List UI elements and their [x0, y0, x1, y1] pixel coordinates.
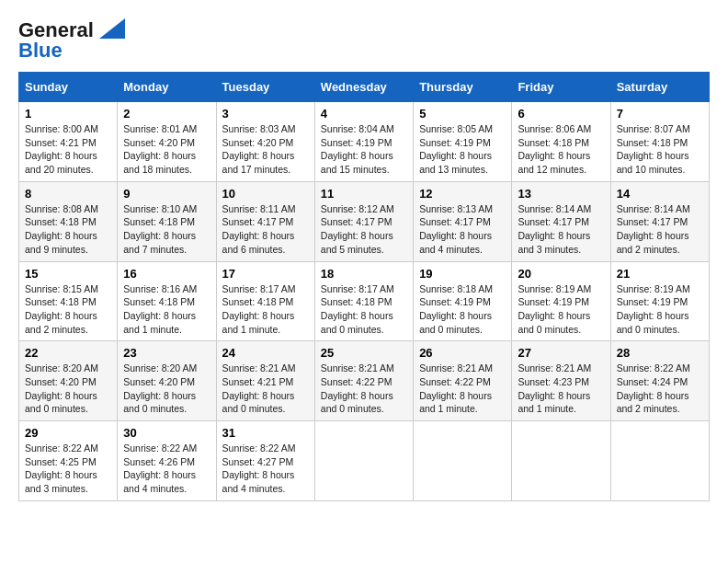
calendar-cell: 8Sunrise: 8:08 AMSunset: 4:18 PMDaylight… — [19, 181, 118, 261]
svg-marker-0 — [99, 18, 125, 39]
week-row-3: 15Sunrise: 8:15 AMSunset: 4:18 PMDayligh… — [19, 261, 710, 341]
day-number: 15 — [25, 267, 111, 281]
day-number: 2 — [123, 107, 210, 121]
day-number: 22 — [25, 346, 111, 360]
day-number: 30 — [123, 426, 210, 440]
cell-info: Sunrise: 8:03 AMSunset: 4:20 PMDaylight:… — [222, 122, 309, 177]
calendar-cell: 25Sunrise: 8:21 AMSunset: 4:22 PMDayligh… — [314, 341, 413, 421]
header-wednesday: Wednesday — [314, 73, 413, 102]
day-number: 3 — [222, 107, 309, 121]
day-number: 16 — [123, 267, 210, 281]
day-number: 5 — [419, 107, 506, 121]
header-saturday: Saturday — [610, 73, 709, 102]
day-number: 7 — [617, 107, 703, 121]
week-row-4: 22Sunrise: 8:20 AMSunset: 4:20 PMDayligh… — [19, 341, 710, 421]
logo-blue-text: Blue — [18, 39, 63, 63]
day-number: 6 — [518, 107, 604, 121]
calendar-cell: 19Sunrise: 8:18 AMSunset: 4:19 PMDayligh… — [414, 261, 512, 341]
day-number: 11 — [321, 187, 407, 201]
calendar-cell — [314, 421, 413, 501]
week-row-5: 29Sunrise: 8:22 AMSunset: 4:25 PMDayligh… — [19, 421, 710, 501]
day-number: 28 — [617, 346, 703, 360]
cell-info: Sunrise: 8:17 AMSunset: 4:18 PMDaylight:… — [222, 282, 309, 337]
calendar-cell: 11Sunrise: 8:12 AMSunset: 4:17 PMDayligh… — [314, 181, 413, 261]
calendar-cell: 3Sunrise: 8:03 AMSunset: 4:20 PMDaylight… — [216, 102, 314, 182]
logo-icon — [99, 18, 125, 39]
calendar-header-row: SundayMondayTuesdayWednesdayThursdayFrid… — [19, 73, 710, 102]
cell-info: Sunrise: 8:20 AMSunset: 4:20 PMDaylight:… — [25, 362, 111, 416]
day-number: 29 — [25, 426, 111, 440]
calendar-cell: 31Sunrise: 8:22 AMSunset: 4:27 PMDayligh… — [216, 421, 314, 501]
cell-info: Sunrise: 8:04 AMSunset: 4:19 PMDaylight:… — [321, 122, 407, 177]
day-number: 14 — [617, 187, 703, 201]
header-tuesday: Tuesday — [216, 73, 314, 102]
calendar-cell: 7Sunrise: 8:07 AMSunset: 4:18 PMDaylight… — [610, 102, 709, 182]
day-number: 12 — [419, 187, 506, 201]
cell-info: Sunrise: 8:21 AMSunset: 4:22 PMDaylight:… — [321, 362, 407, 416]
day-number: 10 — [222, 187, 309, 201]
cell-info: Sunrise: 8:08 AMSunset: 4:18 PMDaylight:… — [25, 202, 111, 257]
calendar-cell — [512, 421, 610, 501]
cell-info: Sunrise: 8:18 AMSunset: 4:19 PMDaylight:… — [419, 282, 506, 337]
calendar-cell: 15Sunrise: 8:15 AMSunset: 4:18 PMDayligh… — [19, 261, 118, 341]
cell-info: Sunrise: 8:22 AMSunset: 4:27 PMDaylight:… — [222, 442, 309, 496]
cell-info: Sunrise: 8:16 AMSunset: 4:18 PMDaylight:… — [123, 282, 210, 337]
cell-info: Sunrise: 8:21 AMSunset: 4:23 PMDaylight:… — [518, 362, 604, 416]
cell-info: Sunrise: 8:07 AMSunset: 4:18 PMDaylight:… — [617, 122, 703, 177]
cell-info: Sunrise: 8:06 AMSunset: 4:18 PMDaylight:… — [518, 122, 604, 177]
calendar-cell: 9Sunrise: 8:10 AMSunset: 4:18 PMDaylight… — [118, 181, 216, 261]
calendar-cell: 17Sunrise: 8:17 AMSunset: 4:18 PMDayligh… — [216, 261, 314, 341]
calendar-cell — [414, 421, 512, 501]
calendar-cell: 28Sunrise: 8:22 AMSunset: 4:24 PMDayligh… — [610, 341, 709, 421]
day-number: 24 — [222, 346, 309, 360]
day-number: 9 — [123, 187, 210, 201]
cell-info: Sunrise: 8:11 AMSunset: 4:17 PMDaylight:… — [222, 202, 309, 257]
cell-info: Sunrise: 8:14 AMSunset: 4:17 PMDaylight:… — [518, 202, 604, 257]
cell-info: Sunrise: 8:10 AMSunset: 4:18 PMDaylight:… — [123, 202, 210, 257]
day-number: 20 — [518, 267, 604, 281]
cell-info: Sunrise: 8:19 AMSunset: 4:19 PMDaylight:… — [617, 282, 703, 337]
cell-info: Sunrise: 8:22 AMSunset: 4:24 PMDaylight:… — [617, 362, 703, 416]
day-number: 26 — [419, 346, 506, 360]
calendar-cell: 5Sunrise: 8:05 AMSunset: 4:19 PMDaylight… — [414, 102, 512, 182]
day-number: 4 — [321, 107, 407, 121]
logo: General Blue — [18, 18, 125, 63]
calendar-cell: 6Sunrise: 8:06 AMSunset: 4:18 PMDaylight… — [512, 102, 610, 182]
calendar-cell: 4Sunrise: 8:04 AMSunset: 4:19 PMDaylight… — [314, 102, 413, 182]
cell-info: Sunrise: 8:12 AMSunset: 4:17 PMDaylight:… — [321, 202, 407, 257]
day-number: 21 — [617, 267, 703, 281]
calendar-cell: 14Sunrise: 8:14 AMSunset: 4:17 PMDayligh… — [610, 181, 709, 261]
cell-info: Sunrise: 8:13 AMSunset: 4:17 PMDaylight:… — [419, 202, 506, 257]
calendar: SundayMondayTuesdayWednesdayThursdayFrid… — [18, 72, 710, 501]
calendar-cell: 21Sunrise: 8:19 AMSunset: 4:19 PMDayligh… — [610, 261, 709, 341]
day-number: 31 — [222, 426, 309, 440]
day-number: 17 — [222, 267, 309, 281]
cell-info: Sunrise: 8:15 AMSunset: 4:18 PMDaylight:… — [25, 282, 111, 337]
week-row-1: 1Sunrise: 8:00 AMSunset: 4:21 PMDaylight… — [19, 102, 710, 182]
calendar-cell: 29Sunrise: 8:22 AMSunset: 4:25 PMDayligh… — [19, 421, 118, 501]
day-number: 25 — [321, 346, 407, 360]
cell-info: Sunrise: 8:19 AMSunset: 4:19 PMDaylight:… — [518, 282, 604, 337]
header-monday: Monday — [118, 73, 216, 102]
calendar-cell: 16Sunrise: 8:16 AMSunset: 4:18 PMDayligh… — [118, 261, 216, 341]
calendar-cell: 23Sunrise: 8:20 AMSunset: 4:20 PMDayligh… — [118, 341, 216, 421]
calendar-cell: 10Sunrise: 8:11 AMSunset: 4:17 PMDayligh… — [216, 181, 314, 261]
cell-info: Sunrise: 8:00 AMSunset: 4:21 PMDaylight:… — [25, 122, 111, 177]
cell-info: Sunrise: 8:14 AMSunset: 4:17 PMDaylight:… — [617, 202, 703, 257]
calendar-cell: 18Sunrise: 8:17 AMSunset: 4:18 PMDayligh… — [314, 261, 413, 341]
day-number: 8 — [25, 187, 111, 201]
header: General Blue — [18, 18, 710, 63]
cell-info: Sunrise: 8:22 AMSunset: 4:26 PMDaylight:… — [123, 442, 210, 496]
calendar-cell: 12Sunrise: 8:13 AMSunset: 4:17 PMDayligh… — [414, 181, 512, 261]
day-number: 27 — [518, 346, 604, 360]
day-number: 1 — [25, 107, 111, 121]
header-friday: Friday — [512, 73, 610, 102]
day-number: 19 — [419, 267, 506, 281]
day-number: 18 — [321, 267, 407, 281]
cell-info: Sunrise: 8:22 AMSunset: 4:25 PMDaylight:… — [25, 442, 111, 496]
cell-info: Sunrise: 8:21 AMSunset: 4:21 PMDaylight:… — [222, 362, 309, 416]
day-number: 13 — [518, 187, 604, 201]
calendar-cell: 22Sunrise: 8:20 AMSunset: 4:20 PMDayligh… — [19, 341, 118, 421]
calendar-cell: 2Sunrise: 8:01 AMSunset: 4:20 PMDaylight… — [118, 102, 216, 182]
cell-info: Sunrise: 8:01 AMSunset: 4:20 PMDaylight:… — [123, 122, 210, 177]
